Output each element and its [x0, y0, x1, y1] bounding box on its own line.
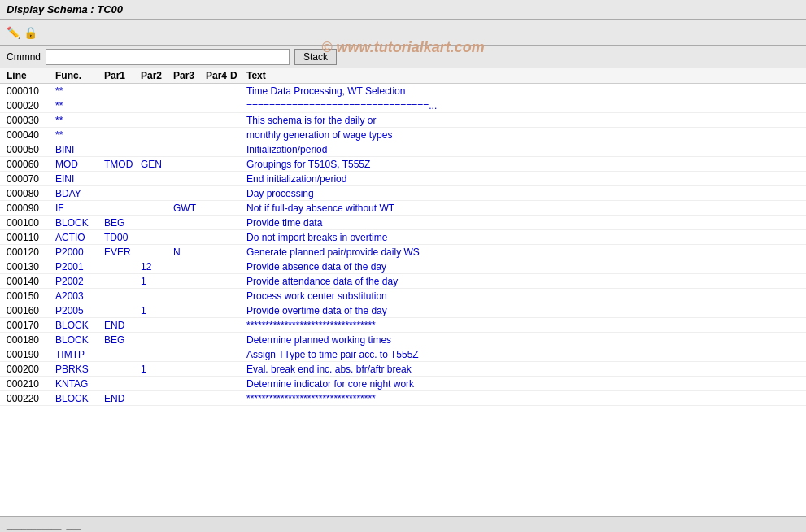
cell-func-7: BDAY [55, 188, 104, 199]
bottom-line2: ___ [66, 520, 81, 530]
cell-text-21: ********************************** [246, 393, 799, 404]
header-line: Line [7, 70, 55, 81]
toolbar: ✏️ 🔒 © www.tutorialkart.com [0, 20, 806, 46]
cell-text-10: Do not import breaks in overtime [246, 232, 799, 243]
header-d: D [230, 70, 246, 81]
table-row[interactable]: 000110 ACTIO TD00 Do not import breaks i… [0, 230, 806, 245]
table-row[interactable]: 000190 TIMTP Assign TType to time pair a… [0, 347, 806, 362]
cell-text-4: Initialization/period [246, 144, 799, 155]
cell-func-21: BLOCK [55, 393, 104, 404]
table-row[interactable]: 000040 ** monthly generation of wage typ… [0, 128, 806, 142]
cell-par1-5: TMOD [104, 159, 141, 170]
cell-func-3: ** [55, 129, 104, 141]
cell-func-9: BLOCK [55, 217, 104, 229]
cell-line-1: 000020 [7, 100, 55, 111]
cell-text-11: Generate planned pair/provide daily WS [246, 246, 799, 258]
table-row[interactable]: 000030 ** This schema is for the daily o… [0, 113, 806, 128]
lock-icon[interactable]: 🔒 [24, 26, 37, 39]
cell-text-19: Eval. break end inc. abs. bfr/aftr break [246, 364, 799, 375]
cell-func-2: ** [55, 115, 104, 126]
cell-line-17: 000180 [7, 334, 55, 346]
cell-line-18: 000190 [7, 349, 55, 360]
cell-text-5: Groupings for T510S, T555Z [246, 159, 799, 170]
page-title: Display Schema : TC00 [7, 3, 123, 15]
cell-func-0: ** [55, 85, 104, 97]
cell-text-8: Not if full-day absence without WT [246, 203, 799, 214]
header-par3: Par3 [173, 70, 206, 81]
cell-text-16: ********************************** [246, 320, 799, 331]
cell-par1-21: END [104, 393, 141, 404]
cell-text-3: monthly generation of wage types [246, 129, 799, 141]
cell-func-11: P2000 [55, 246, 104, 258]
cell-line-3: 000040 [7, 129, 55, 141]
cell-par2-5: GEN [141, 159, 173, 170]
table-row[interactable]: 000200 PBRKS 1 Eval. break end inc. abs.… [0, 362, 806, 377]
cell-func-19: PBRKS [55, 364, 104, 375]
cell-func-13: P2002 [55, 276, 104, 287]
table-row[interactable]: 000140 P2002 1 Provide attendance data o… [0, 274, 806, 289]
table-row[interactable]: 000090 IF GWT Not if full-day absence wi… [0, 201, 806, 216]
cell-par2-12: 12 [141, 261, 173, 273]
edit-icon[interactable]: ✏️ [7, 26, 20, 39]
table-row[interactable]: 000210 KNTAG Determine indicator for cor… [0, 377, 806, 391]
cell-line-0: 000010 [7, 85, 55, 97]
table-row[interactable]: 000010 ** Time Data Processing, WT Selec… [0, 84, 806, 98]
table-row[interactable]: 000150 A2003 Process work center substit… [0, 289, 806, 303]
header-par4: Par4 [206, 70, 230, 81]
table-row[interactable]: 000070 EINI End initialization/period [0, 172, 806, 186]
cell-func-20: KNTAG [55, 378, 104, 390]
stack-button[interactable]: Stack [294, 49, 337, 65]
bottom-bar: ___________ ___ [0, 516, 806, 532]
table-row[interactable]: 000160 P2005 1 Provide overtime data of … [0, 303, 806, 318]
table-row[interactable]: 000120 P2000 EVER N Generate planned pai… [0, 245, 806, 259]
cell-par1-10: TD00 [104, 232, 141, 243]
cell-par3-8: GWT [173, 203, 206, 214]
cell-text-17: Determine planned working times [246, 334, 799, 346]
cell-par2-19: 1 [141, 364, 173, 375]
cell-line-6: 000070 [7, 173, 55, 185]
cell-line-9: 000100 [7, 217, 55, 229]
header-par2: Par2 [141, 70, 173, 81]
title-bar: Display Schema : TC00 [0, 0, 806, 20]
col-headers: Line Func. Par1 Par2 Par3 Par4 D Text [0, 68, 806, 84]
cell-par1-9: BEG [104, 217, 141, 229]
cell-line-14: 000150 [7, 290, 55, 302]
cell-line-8: 000090 [7, 203, 55, 214]
cell-func-14: A2003 [55, 290, 104, 302]
table-row[interactable]: 000130 P2001 12 Provide absence data of … [0, 259, 806, 274]
cell-func-18: TIMTP [55, 349, 104, 360]
cell-line-19: 000200 [7, 364, 55, 375]
command-input[interactable] [46, 49, 290, 65]
table-row[interactable]: 000180 BLOCK BEG Determine planned worki… [0, 333, 806, 347]
cell-func-5: MOD [55, 159, 104, 170]
table-row[interactable]: 000080 BDAY Day processing [0, 186, 806, 201]
main-content: Line Func. Par1 Par2 Par3 Par4 D Text 00… [0, 68, 806, 525]
cell-line-2: 000030 [7, 115, 55, 126]
cell-line-20: 000210 [7, 378, 55, 390]
header-par1: Par1 [104, 70, 141, 81]
table-row[interactable]: 000060 MOD TMOD GEN Groupings for T510S,… [0, 157, 806, 172]
cell-line-13: 000140 [7, 276, 55, 287]
cell-line-12: 000130 [7, 261, 55, 273]
cell-func-17: BLOCK [55, 334, 104, 346]
command-bar: Cmmnd Stack [0, 46, 806, 68]
cell-func-8: IF [55, 203, 104, 214]
table-row[interactable]: 000100 BLOCK BEG Provide time data [0, 216, 806, 230]
table-row[interactable]: 000220 BLOCK END ***********************… [0, 391, 806, 406]
cell-text-7: Day processing [246, 188, 799, 199]
cell-text-15: Provide overtime data of the day [246, 305, 799, 316]
cell-func-16: BLOCK [55, 320, 104, 331]
table-row[interactable]: 000170 BLOCK END ***********************… [0, 318, 806, 333]
cell-line-4: 000050 [7, 144, 55, 155]
cell-line-15: 000160 [7, 305, 55, 316]
cell-text-2: This schema is for the daily or [246, 115, 799, 126]
table-row[interactable]: 000020 ** ==============================… [0, 98, 806, 113]
cell-par1-16: END [104, 320, 141, 331]
cell-par2-15: 1 [141, 305, 173, 316]
cell-line-16: 000170 [7, 320, 55, 331]
cell-line-7: 000080 [7, 188, 55, 199]
cell-line-11: 000120 [7, 246, 55, 258]
cell-func-6: EINI [55, 173, 104, 185]
header-text: Text [246, 70, 799, 81]
table-row[interactable]: 000050 BINI Initialization/period [0, 142, 806, 157]
